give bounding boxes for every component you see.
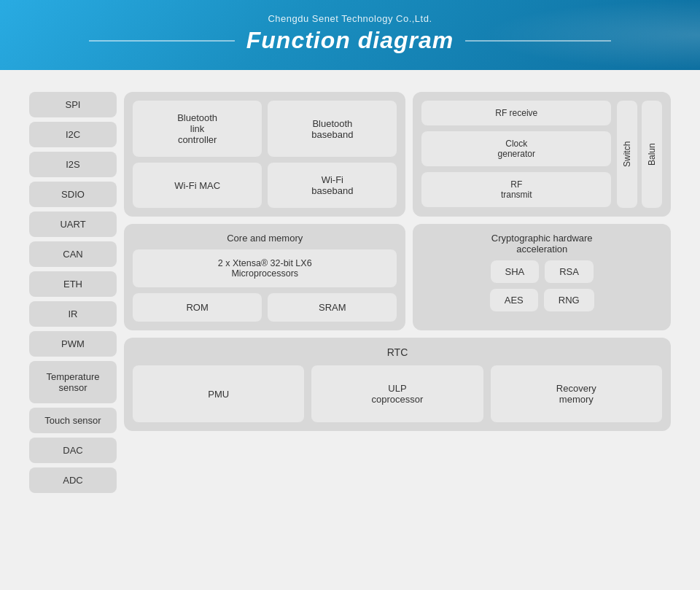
rf-transmit: RFtransmit <box>421 172 611 207</box>
crypto-sha: SHA <box>491 260 540 283</box>
rtc-title: RTC <box>133 346 662 358</box>
crypto-rng: RNG <box>544 289 594 311</box>
header-subtitle: Chengdu Senet Technology Co.,Ltd. <box>29 13 671 24</box>
clock-generator: Clockgenerator <box>421 131 611 166</box>
label-adc: ADC <box>29 467 117 493</box>
core-mem-row: ROM SRAM <box>133 293 397 322</box>
rf-section: RF receive Clockgenerator RFtransmit Swi… <box>413 92 671 217</box>
crypto-rsa: RSA <box>545 260 594 283</box>
crypto-title: Cryptographic hardwareacceleration <box>421 233 662 255</box>
top-row: Bluetoothlinkcontroller Bluetoothbaseban… <box>124 92 671 217</box>
header-title: Function diagram <box>246 27 454 54</box>
left-column: SPI I2C I2S SDIO UART CAN ETH IR PWM Tem… <box>29 92 117 493</box>
rtc-section: RTC PMU ULPcoprocessor Recoverymemory <box>124 338 671 431</box>
crypto-grid: SHA RSA AES RNG <box>421 260 662 311</box>
rf-receive: RF receive <box>421 101 611 125</box>
bt-grid: Bluetoothlinkcontroller Bluetoothbaseban… <box>133 101 397 157</box>
label-touch-sensor: Touch sensor <box>29 408 117 433</box>
core-proc: 2 x Xtensa® 32-bit LX6Microprocessors <box>133 249 397 287</box>
rf-left: RF receive Clockgenerator RFtransmit <box>421 101 611 208</box>
label-dac: DAC <box>29 438 117 463</box>
header-line-left <box>89 40 235 42</box>
label-spi: SPI <box>29 92 117 117</box>
crypto-aes: AES <box>490 289 538 311</box>
label-pwm: PWM <box>29 331 117 357</box>
label-sdio: SDIO <box>29 182 117 207</box>
crypto-row-2: AES RNG <box>421 289 662 311</box>
crypto-row-1: SHA RSA <box>421 260 662 283</box>
rf-switch: Switch <box>617 101 637 208</box>
wifi-row: Wi-Fi MAC Wi-Fibaseband <box>133 163 397 208</box>
label-i2c: I2C <box>29 122 117 147</box>
rf-right: Switch Balun <box>617 101 662 208</box>
crypto-section: Cryptographic hardwareacceleration SHA R… <box>413 224 671 330</box>
main-content: SPI I2C I2S SDIO UART CAN ETH IR PWM Tem… <box>0 70 700 515</box>
header: Chengdu Senet Technology Co.,Ltd. Functi… <box>0 0 700 70</box>
rtc-ulp: ULPcoprocessor <box>311 365 483 422</box>
wifi-baseband: Wi-Fibaseband <box>268 163 397 208</box>
bt-link-controller: Bluetoothlinkcontroller <box>133 101 262 157</box>
label-uart: UART <box>29 211 117 237</box>
core-sram: SRAM <box>268 293 397 322</box>
label-eth: ETH <box>29 271 117 297</box>
wifi-mac: Wi-Fi MAC <box>133 163 262 208</box>
label-i2s: I2S <box>29 152 117 177</box>
label-temp-sensor: Temperaturesensor <box>29 361 117 403</box>
rtc-recovery-memory: Recoverymemory <box>491 365 662 422</box>
core-title: Core and memory <box>133 233 397 244</box>
header-title-row: Function diagram <box>29 27 671 54</box>
rtc-cells: PMU ULPcoprocessor Recoverymemory <box>133 365 662 422</box>
header-line-right <box>465 40 611 42</box>
rtc-pmu: PMU <box>133 365 304 422</box>
label-ir: IR <box>29 301 117 327</box>
bluetooth-wifi-section: Bluetoothlinkcontroller Bluetoothbaseban… <box>124 92 405 217</box>
mid-row: Core and memory 2 x Xtensa® 32-bit LX6Mi… <box>124 224 671 330</box>
core-rom: ROM <box>133 293 262 322</box>
diagram: SPI I2C I2S SDIO UART CAN ETH IR PWM Tem… <box>29 92 671 493</box>
bt-baseband: Bluetoothbaseband <box>268 101 397 157</box>
core-section: Core and memory 2 x Xtensa® 32-bit LX6Mi… <box>124 224 405 330</box>
label-can: CAN <box>29 241 117 267</box>
right-area: Bluetoothlinkcontroller Bluetoothbaseban… <box>124 92 671 431</box>
rf-balun: Balun <box>642 101 662 208</box>
